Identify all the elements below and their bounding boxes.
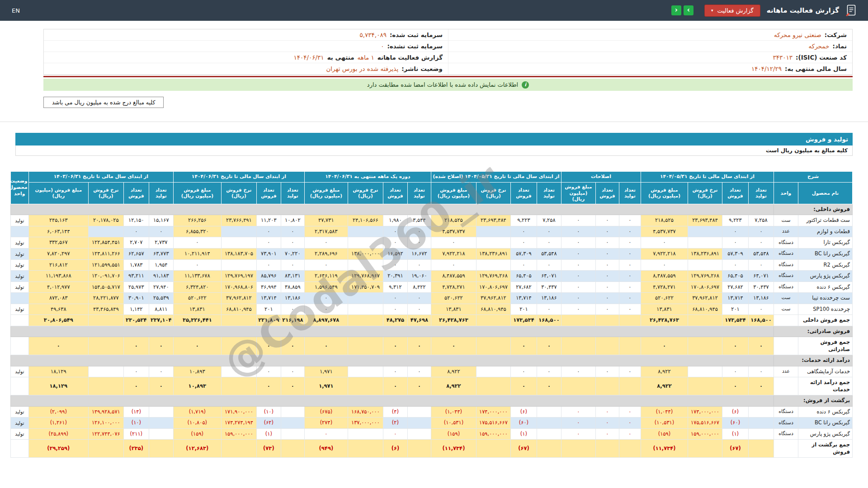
report-type-dropdown[interactable]: گزارش فعالیت ▾: [704, 5, 760, 17]
value-cell: ۱۲۲,۷۴۴,۰۷۶: [88, 428, 123, 440]
value-cell: ۱۳۸,۰۰۰,۰۰۰: [348, 248, 383, 259]
value-cell: ۰: [619, 215, 641, 226]
value-cell: ۰: [561, 237, 595, 249]
value-cell: ۲۵,۹۷۳: [123, 282, 149, 293]
value-cell: ۰: [510, 237, 537, 249]
product-name-cell: گیربکس رانا BC: [798, 418, 853, 429]
value-cell: ۲۷,۹۴۰: [149, 282, 173, 293]
summary-row: جمع برگشت از فروش(۶۷)(۱۱,۷۳۴)(۶۷)(۱۱,۷۳۴…: [10, 440, 852, 458]
section-row: فروش صادراتی:: [10, 326, 852, 337]
return-row: گیربکس ۶ دندهدستگاه(۶)۱۷۴,۰۰۰,۰۰۰(۱,۰۴۴)…: [10, 406, 852, 418]
value-cell: ۳۷,۹۶۲,۸۱۲: [221, 293, 256, 304]
value-cell: ۸,۸۱۱: [149, 304, 173, 315]
info-field-fiscal-year-end: سال مالی منتهی به: ۱۴۰۴/۱۲/۲۹: [448, 63, 852, 75]
value-cell: ۱۳,۸۳۱: [431, 304, 476, 315]
value-cell: ۰: [407, 293, 431, 304]
section-label: درآمد ارائه خدمات:: [774, 355, 853, 366]
value-cell: ۰: [619, 237, 641, 249]
value-cell: ۰: [537, 304, 561, 315]
value-cell: ۱,۹۸۰: [383, 215, 407, 226]
product-name-cell: گیربکس رانا BC: [798, 248, 853, 259]
value-cell: ۱۸,۱۲۹: [28, 366, 88, 377]
value-cell: [537, 440, 561, 458]
value-cell: ۸,۴۲۲: [407, 282, 431, 293]
value-cell: [407, 418, 431, 429]
value-cell: ۱۳۸,۲۳۶,۸۹۱: [476, 248, 510, 259]
value-cell: ۲۰۱: [256, 304, 281, 315]
product-name-cell: ست چرخدنده تیبا: [798, 293, 853, 304]
value-cell: ۶۸,۸۱۰,۹۴۵: [476, 304, 510, 315]
value-cell: ۰: [431, 337, 476, 355]
value-cell: ۰: [595, 418, 619, 429]
column-header: نرخ فروش (ریال): [348, 183, 383, 204]
info-value: ۱۴۰۴/۱۲/۲۹: [751, 65, 782, 72]
value-cell: (۲۳۵): [123, 440, 149, 458]
value-cell: ۰: [281, 304, 304, 315]
value-cell: ۱۶,۵۹۲: [383, 248, 407, 259]
value-cell: (۱): [256, 428, 281, 440]
info-field-report-period: گزارش فعالیت ماهانه ۱ ماهه منتهی به ۱۴۰۴…: [44, 52, 448, 63]
product-row: گیربکس پژو پارسدستگاه۶۴,۰۷۱۶۵,۴۰۵۱۲۹,۷۶۹…: [10, 271, 852, 282]
value-cell: (۱۱,۷۳۴): [431, 440, 476, 458]
report-pager: › ‹: [671, 5, 693, 15]
value-cell: ۳۵,۳۲۶,۴۴۱: [173, 315, 221, 326]
value-cell: [149, 406, 173, 418]
value-cell: [619, 315, 641, 326]
value-cell: ۱۰,۸۹۳: [173, 366, 221, 377]
value-cell: ۴۹,۶۳۸: [28, 304, 88, 315]
value-cell: [688, 259, 722, 271]
value-cell: ۰: [149, 377, 173, 395]
value-cell: ۲۳,۶۹۳,۴۸۴: [476, 215, 510, 226]
value-cell: [619, 440, 641, 458]
value-cell: ۱۰,۲۱۱,۹۱۴: [173, 248, 221, 259]
column-group-header: شرح: [774, 172, 853, 183]
value-cell: ۲,۷۰۷: [123, 237, 149, 249]
value-cell: (۲۷۴): [304, 418, 348, 429]
value-cell: ۵۳,۵۴۸: [537, 248, 561, 259]
language-toggle[interactable]: EN: [12, 7, 20, 14]
value-cell: ۰: [28, 337, 88, 355]
value-cell: ۰: [722, 259, 749, 271]
value-cell: ۱۳,۸۳۱: [641, 304, 688, 315]
column-header: مبلغ فروش (میلیون ریال): [173, 183, 221, 204]
value-cell: [407, 440, 431, 458]
value-cell: ۰: [407, 304, 431, 315]
value-cell: ۹,۲۲۳: [722, 215, 749, 226]
product-row: چرخدنده SP100ست۰۲۰۱۶۸,۸۱۰,۹۴۵۱۳,۸۳۱۰۰۰۰۲…: [10, 304, 852, 315]
value-cell: (۲۵,۸۹۹): [28, 428, 88, 440]
value-cell: (۲۱۱): [123, 428, 149, 440]
value-cell: [476, 440, 510, 458]
column-header: تعداد تولید: [537, 183, 561, 204]
value-cell: ۵۷,۳۰۹: [722, 248, 749, 259]
value-cell: ۰: [383, 428, 407, 440]
section-filler: [10, 355, 774, 366]
value-cell: ۷۰,۲۲۰: [281, 248, 304, 259]
info-label: شرکت:: [825, 31, 847, 38]
prev-report-button[interactable]: ‹: [671, 5, 681, 15]
value-cell: [221, 315, 256, 326]
value-cell: ۲۰,۳۹۱: [383, 271, 407, 282]
info-field-unregistered-capital: سرمایه ثبت نشده: ۰: [44, 41, 448, 52]
value-cell: [348, 366, 383, 377]
section-title-bar: تولید و فروش: [15, 133, 853, 145]
info-value: ۰: [381, 42, 384, 50]
value-cell: ۰: [561, 428, 595, 440]
value-cell: [749, 406, 774, 418]
next-report-button[interactable]: ›: [684, 5, 693, 15]
status-cell: تولید: [10, 304, 28, 315]
value-cell: (۱۲,۶۸۳): [173, 440, 221, 458]
column-header: تعداد فروش: [383, 183, 407, 204]
value-cell: (۶۷): [722, 440, 749, 458]
section-filler: [10, 395, 774, 407]
value-cell: ۱۱,۱۹۳,۸۶۸: [28, 271, 88, 282]
unit-cell: دستگاه: [774, 282, 798, 293]
value-cell: ۲۰۱: [722, 304, 749, 315]
value-cell: ۰: [256, 259, 281, 271]
amounts-note: کلیه مبالغ درج شده به میلیون ریال می باش…: [43, 97, 164, 108]
product-row: خدمات آزمایشگاهیعدد۰۰۸,۹۲۲۰۰۰۰۰۸,۹۲۲۰۰۱,…: [10, 366, 852, 377]
status-cell: تولید: [10, 406, 28, 418]
status-cell: تولید: [10, 248, 28, 259]
summary-row: جمع فروش داخلی۱۶۸,۵۰۰۱۷۳,۵۳۴۲۶,۴۲۸,۷۶۳۱۶…: [10, 315, 852, 326]
value-cell: [476, 315, 510, 326]
column-header: تعداد تولید: [149, 183, 173, 204]
